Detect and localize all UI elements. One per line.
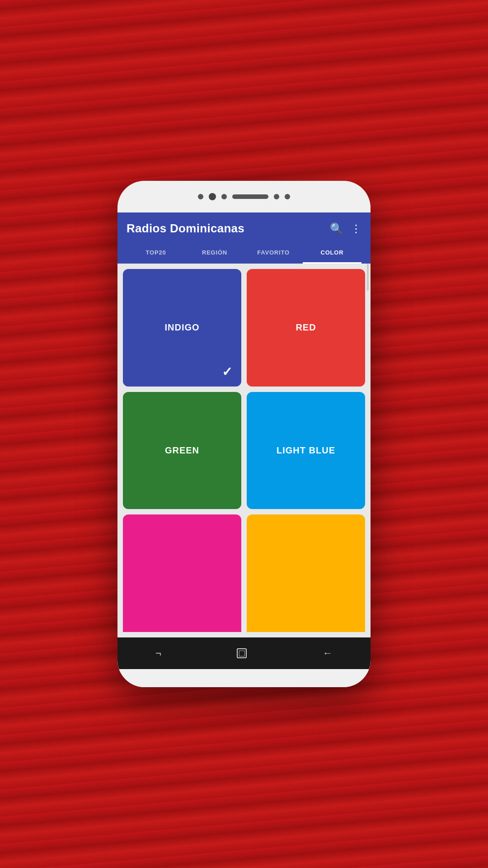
tab-region[interactable]: REGIÓN — [185, 243, 244, 264]
camera-dot-2 — [221, 194, 227, 199]
color-tile-amber[interactable] — [247, 514, 365, 632]
scrollbar — [367, 264, 369, 291]
phone-shell: Radios Dominicanas 🔍 ⋮ TOP20 REGIÓN FAVO… — [117, 181, 371, 687]
camera-main — [209, 193, 216, 200]
app-toolbar: Radios Dominicanas 🔍 ⋮ — [127, 222, 361, 243]
camera-dot-1 — [198, 194, 203, 199]
color-grid: INDIGO ✓ RED GREEN LIGHT BLUE — [117, 264, 371, 637]
phone-top-bezel — [117, 181, 371, 212]
app-header: Radios Dominicanas 🔍 ⋮ TOP20 REGIÓN FAVO… — [117, 212, 371, 264]
home-icon[interactable]: □ — [237, 648, 247, 658]
bottom-nav: ⌐ □ ← — [117, 637, 371, 669]
color-tile-lightblue-label: LIGHT BLUE — [277, 445, 335, 456]
color-tile-green[interactable]: GREEN — [123, 392, 241, 509]
selected-checkmark: ✓ — [222, 364, 232, 379]
sensor-2 — [285, 194, 290, 199]
phone-bottom-bezel — [117, 669, 371, 687]
speaker — [232, 194, 268, 199]
color-tile-red-label: RED — [296, 322, 316, 333]
color-tile-indigo[interactable]: INDIGO ✓ — [123, 269, 241, 387]
sensor-1 — [274, 194, 279, 199]
tab-top20[interactable]: TOP20 — [127, 243, 185, 264]
more-options-icon[interactable]: ⋮ — [351, 222, 361, 235]
tab-color[interactable]: COLOR — [303, 243, 361, 264]
tab-favorito[interactable]: FAVORITO — [244, 243, 303, 264]
back-icon[interactable]: ← — [323, 647, 333, 659]
toolbar-icons: 🔍 ⋮ — [330, 222, 361, 235]
color-tile-indigo-label: INDIGO — [164, 322, 199, 333]
recent-apps-icon[interactable]: ⌐ — [155, 647, 161, 659]
search-icon[interactable]: 🔍 — [330, 222, 343, 235]
color-tile-red[interactable]: RED — [247, 269, 365, 387]
color-tile-lightblue[interactable]: LIGHT BLUE — [247, 392, 365, 509]
color-tile-green-label: GREEN — [165, 445, 199, 456]
app-title: Radios Dominicanas — [127, 222, 244, 236]
color-tile-pink[interactable] — [123, 514, 241, 632]
tabs-bar: TOP20 REGIÓN FAVORITO COLOR — [127, 243, 361, 264]
phone-screen: Radios Dominicanas 🔍 ⋮ TOP20 REGIÓN FAVO… — [117, 212, 371, 669]
